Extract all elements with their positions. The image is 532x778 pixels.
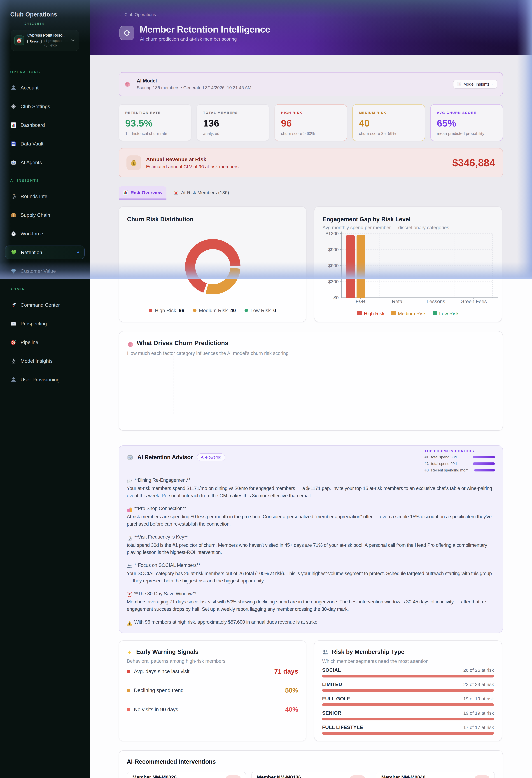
svg-text:$600: $600 bbox=[328, 263, 339, 268]
svg-text:Lessons: Lessons bbox=[427, 299, 445, 304]
svg-text:$: $ bbox=[133, 162, 135, 166]
svg-text:Retail: Retail bbox=[392, 299, 405, 304]
svg-text:F&B: F&B bbox=[356, 299, 365, 304]
svg-text:$1200: $1200 bbox=[326, 231, 339, 236]
svg-text:Green Fees: Green Fees bbox=[460, 299, 487, 304]
svg-text:$900: $900 bbox=[328, 247, 339, 252]
svg-text:$300: $300 bbox=[328, 279, 339, 284]
svg-text:$0: $0 bbox=[334, 295, 339, 300]
